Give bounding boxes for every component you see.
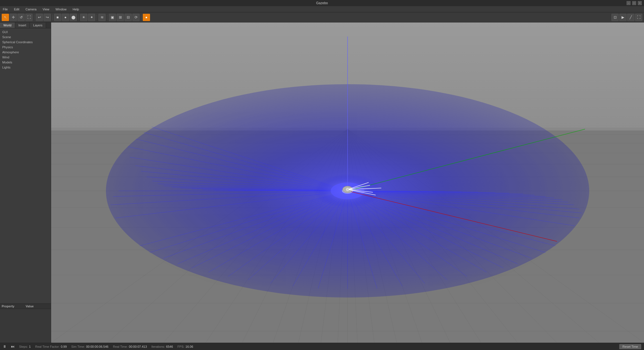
sep3 bbox=[78, 14, 79, 20]
iterations-display: Iterations: 6546 bbox=[151, 345, 173, 348]
simtime-label: Sim Time: bbox=[71, 345, 85, 348]
orange-tool-button[interactable]: ● bbox=[143, 14, 150, 21]
simtime-value: 00:00:00:06.546 bbox=[86, 345, 108, 348]
view-button[interactable]: ⊟ bbox=[124, 14, 132, 21]
menubar: File Edit Camera View Window Help bbox=[0, 6, 644, 12]
toolbar: ↖ ✛ ↺ ⛶ ↩ ↪ ■ ● ⬤ ☀ ✦ ≋ ▣ ⊞ ⊟ ⟳ ● ⊡ ▶ ╱ … bbox=[0, 12, 644, 22]
fullscreen-button[interactable]: ⛶ bbox=[635, 14, 642, 21]
tab-layers[interactable]: Layers bbox=[30, 22, 46, 28]
property-col-label: Property bbox=[2, 305, 14, 308]
plot-button[interactable]: ╱ bbox=[627, 14, 634, 21]
steps-label: Steps: bbox=[19, 345, 28, 348]
sep2 bbox=[52, 14, 53, 20]
insert-cylinder-button[interactable]: ⬤ bbox=[70, 14, 77, 21]
titlebar-controls: – □ × bbox=[627, 1, 642, 5]
menu-window[interactable]: Window bbox=[54, 7, 67, 12]
sep6 bbox=[141, 14, 141, 20]
close-button[interactable]: × bbox=[638, 1, 642, 5]
tab-bar: World Insert Layers bbox=[0, 22, 51, 28]
menu-camera[interactable]: Camera bbox=[24, 7, 38, 12]
fps-value: 16.06 bbox=[185, 345, 193, 348]
tree-item-wind[interactable]: Wind bbox=[0, 55, 51, 60]
world-tree: GUI Scene Spherical Coordinates Physics … bbox=[0, 28, 51, 303]
sep1 bbox=[34, 14, 34, 20]
realtime-display: Real Time: 00:00:07.413 bbox=[113, 345, 147, 348]
record-button[interactable]: ▶ bbox=[619, 14, 627, 21]
simtime-display: Sim Time: 00:00:00:06.546 bbox=[71, 345, 108, 348]
menu-view[interactable]: View bbox=[42, 7, 51, 12]
pointlight-button[interactable]: ✦ bbox=[88, 14, 95, 21]
menu-file[interactable]: File bbox=[2, 7, 9, 12]
snap-button[interactable]: ⊞ bbox=[117, 14, 124, 21]
tab-world[interactable]: World bbox=[0, 22, 15, 28]
steps-value: 1 bbox=[29, 345, 31, 348]
menu-edit[interactable]: Edit bbox=[13, 7, 21, 12]
main-area: World Insert Layers GUI Scene Spherical … bbox=[0, 22, 644, 343]
minimize-button[interactable]: – bbox=[627, 1, 631, 5]
rtf-value: 0.99 bbox=[61, 345, 67, 348]
tab-insert[interactable]: Insert bbox=[15, 22, 30, 28]
titlebar: Gazebo – □ × bbox=[0, 0, 644, 6]
reset-view-button[interactable]: ⟳ bbox=[132, 14, 140, 21]
status-bar: ⏸ ⏭ Steps: 1 Real Time Factor: 0.99 Sim … bbox=[0, 343, 644, 350]
tree-item-atmosphere[interactable]: Atmosphere bbox=[0, 50, 51, 55]
tree-item-spherical-coords[interactable]: Spherical Coordinates bbox=[0, 40, 51, 45]
translate-tool-button[interactable]: ✛ bbox=[10, 14, 17, 21]
property-panel: Property Value bbox=[0, 303, 51, 343]
steps-display: Steps: 1 bbox=[19, 345, 31, 348]
undo-button[interactable]: ↩ bbox=[36, 14, 43, 21]
step-button[interactable]: ⏭ bbox=[11, 344, 15, 349]
reset-time-button[interactable]: Reset Time bbox=[619, 344, 641, 349]
viewport-scene bbox=[51, 22, 644, 343]
maximize-button[interactable]: □ bbox=[632, 1, 636, 5]
tree-item-models[interactable]: Models bbox=[0, 60, 51, 65]
fps-label: FPS: bbox=[178, 345, 184, 348]
viewport[interactable] bbox=[51, 22, 644, 343]
realtime-value: 00:00:07.413 bbox=[129, 345, 147, 348]
menu-help[interactable]: Help bbox=[72, 7, 80, 12]
screenshot-button[interactable]: ⊡ bbox=[611, 14, 619, 21]
rtf-label: Real Time Factor: bbox=[35, 345, 60, 348]
left-panel: World Insert Layers GUI Scene Spherical … bbox=[0, 22, 51, 343]
scale-tool-button[interactable]: ⛶ bbox=[25, 14, 33, 21]
tree-item-gui[interactable]: GUI bbox=[0, 29, 51, 35]
value-col-label: Value bbox=[26, 305, 34, 308]
tree-item-scene[interactable]: Scene bbox=[0, 35, 51, 40]
tree-item-lights[interactable]: Lights bbox=[0, 65, 51, 70]
rotate-tool-button[interactable]: ↺ bbox=[17, 14, 25, 21]
fog-button[interactable]: ≋ bbox=[98, 14, 106, 21]
pause-button[interactable]: ⏸ bbox=[3, 344, 6, 349]
select-tool-button[interactable]: ↖ bbox=[2, 14, 9, 21]
property-header: Property Value bbox=[0, 304, 51, 309]
sep5 bbox=[107, 14, 107, 20]
sun-button[interactable]: ☀ bbox=[80, 14, 87, 21]
align-button[interactable]: ▣ bbox=[109, 14, 116, 21]
sep4 bbox=[97, 14, 97, 20]
window-title: Gazebo bbox=[316, 1, 328, 5]
redo-button[interactable]: ↪ bbox=[44, 14, 51, 21]
fps-display: FPS: 16.06 bbox=[178, 345, 193, 348]
insert-box-button[interactable]: ■ bbox=[54, 14, 61, 21]
realtime-label: Real Time: bbox=[113, 345, 128, 348]
rtf-display: Real Time Factor: 0.99 bbox=[35, 345, 67, 348]
insert-sphere-button[interactable]: ● bbox=[62, 14, 69, 21]
iterations-value: 6546 bbox=[166, 345, 173, 348]
svg-point-121 bbox=[346, 188, 349, 191]
tree-item-physics[interactable]: Physics bbox=[0, 45, 51, 50]
iterations-label: Iterations: bbox=[151, 345, 165, 348]
